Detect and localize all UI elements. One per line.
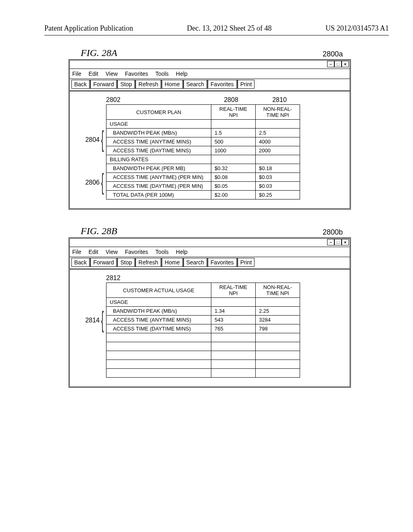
- stop-button[interactable]: Stop: [117, 80, 136, 89]
- figure-label-b: FIG. 28B: [69, 226, 117, 237]
- table-row: [106, 369, 300, 378]
- back-button[interactable]: Back: [71, 80, 90, 89]
- section-billing: BILLING RATES: [106, 155, 211, 164]
- content-pane-a: 2802 2808 2810 2804 2806 CUSTOMER PLAN R…: [70, 90, 350, 208]
- callout-2802: 2802: [94, 96, 207, 104]
- minimize-icon[interactable]: –: [327, 239, 334, 245]
- col-nrt: NON-REAL-TIME NPI: [256, 105, 300, 120]
- refresh-button[interactable]: Refresh: [136, 80, 162, 89]
- menu-file[interactable]: File: [72, 71, 81, 77]
- col-rt: REAL-TIME NPI: [211, 283, 256, 298]
- menu-view[interactable]: View: [106, 71, 118, 77]
- search-button[interactable]: Search: [184, 258, 208, 267]
- content-pane-b: 2812 2814 CUSTOMER ACTUAL USAGE REAL-TIM…: [70, 268, 350, 387]
- section-usage: USAGE: [106, 298, 211, 307]
- col-nrt: NON-REAL-TIME NPI: [256, 283, 300, 298]
- menu-tools[interactable]: Tools: [155, 71, 169, 77]
- menu-help[interactable]: Help: [176, 249, 188, 255]
- table-row: [106, 351, 300, 360]
- col-plan: CUSTOMER PLAN: [106, 105, 211, 120]
- minimize-icon[interactable]: –: [327, 61, 334, 67]
- favorites-button[interactable]: Favorites: [208, 258, 238, 267]
- table-row: [106, 342, 300, 351]
- forward-button[interactable]: Forward: [90, 80, 117, 89]
- print-button[interactable]: Print: [238, 80, 255, 89]
- col-plan: CUSTOMER ACTUAL USAGE: [106, 283, 211, 298]
- refresh-button[interactable]: Refresh: [136, 258, 162, 267]
- menu-file[interactable]: File: [72, 249, 81, 255]
- figure-28b: FIG. 28B 2800b – □ × File Edit View Favo…: [69, 226, 351, 388]
- menubar: File Edit View Favorites Tools Help: [70, 69, 350, 79]
- table-row: ACCESS TIME (DAYTIME MINS)765798: [106, 324, 300, 333]
- table-row: ACCESS TIME (DAYTIME MINS)10002000: [106, 146, 300, 155]
- menu-tools[interactable]: Tools: [155, 249, 169, 255]
- back-button[interactable]: Back: [71, 258, 90, 267]
- titlebar: – □ ×: [70, 60, 350, 69]
- figure-label-a: FIG. 28A: [69, 48, 117, 58]
- menubar: File Edit View Favorites Tools Help: [70, 247, 350, 257]
- callout-2812: 2812: [94, 274, 207, 282]
- table-row: ACCESS TIME (ANYTIME) (PER MIN)$0.08$0.0…: [106, 173, 300, 182]
- browser-window-a: – □ × File Edit View Favorites Tools Hel…: [69, 59, 351, 210]
- figure-refnum-a: 2800a: [323, 50, 351, 58]
- callout-2814: 2814: [79, 316, 104, 325]
- browser-window-b: – □ × File Edit View Favorites Tools Hel…: [69, 237, 351, 388]
- col-rt: REAL-TIME NPI: [211, 105, 256, 120]
- callout-2810: 2810: [255, 96, 304, 104]
- callout-2804: 2804: [79, 136, 104, 144]
- maximize-icon[interactable]: □: [334, 61, 342, 67]
- callout-2808: 2808: [207, 96, 255, 104]
- home-button[interactable]: Home: [162, 258, 183, 267]
- menu-help[interactable]: Help: [176, 71, 188, 77]
- figure-28a: FIG. 28A 2800a – □ × File Edit View Favo…: [69, 48, 351, 210]
- table-row: [106, 333, 300, 342]
- forward-button[interactable]: Forward: [90, 258, 117, 267]
- favorites-button[interactable]: Favorites: [208, 80, 238, 89]
- callout-2806: 2806: [79, 179, 104, 187]
- search-button[interactable]: Search: [184, 80, 208, 89]
- menu-favorites[interactable]: Favorites: [125, 249, 148, 255]
- toolbar: Back Forward Stop Refresh Home Search Fa…: [70, 79, 350, 90]
- table-row: ACCESS TIME (ANYTIME MINS)5004000: [106, 137, 300, 146]
- menu-edit[interactable]: Edit: [89, 249, 98, 255]
- close-icon[interactable]: ×: [342, 61, 349, 67]
- table-row: ACCESS TIME (DAYTIME) (PER MIN)$0.05$0.0…: [106, 182, 300, 191]
- close-icon[interactable]: ×: [342, 239, 349, 245]
- header-right: US 2012/0314573 A1: [325, 24, 389, 33]
- table-row: BANDWIDTH PEAK (MB/s)1.52.5: [106, 129, 300, 137]
- table-row: [106, 360, 300, 369]
- titlebar: – □ ×: [70, 239, 350, 247]
- figure-refnum-b: 2800b: [323, 228, 351, 237]
- header-center: Dec. 13, 2012 Sheet 25 of 48: [187, 24, 271, 33]
- page-header: Patent Application Publication Dec. 13, …: [44, 24, 389, 35]
- table-row: ACCESS TIME (ANYTIME MINS)5433284: [106, 316, 300, 324]
- home-button[interactable]: Home: [162, 80, 183, 89]
- menu-edit[interactable]: Edit: [89, 71, 98, 77]
- table-row: BANDWIDTH PEAK (PER MB)$0.32$0.18: [106, 164, 300, 173]
- print-button[interactable]: Print: [238, 258, 255, 267]
- maximize-icon[interactable]: □: [334, 239, 342, 245]
- table-row: BANDWIDTH PEAK (MB/s)1.342.25: [106, 307, 300, 316]
- toolbar: Back Forward Stop Refresh Home Search Fa…: [70, 257, 350, 268]
- customer-plan-table: CUSTOMER PLAN REAL-TIME NPI NON-REAL-TIM…: [106, 104, 300, 200]
- stop-button[interactable]: Stop: [117, 258, 136, 267]
- table-row: TOTAL DATA (PER 100M)$2.00$0.25: [106, 191, 300, 200]
- customer-actual-usage-table: CUSTOMER ACTUAL USAGE REAL-TIME NPI NON-…: [106, 283, 300, 378]
- menu-favorites[interactable]: Favorites: [125, 71, 148, 77]
- section-usage: USAGE: [106, 120, 211, 129]
- menu-view[interactable]: View: [106, 249, 118, 255]
- header-left: Patent Application Publication: [44, 24, 133, 33]
